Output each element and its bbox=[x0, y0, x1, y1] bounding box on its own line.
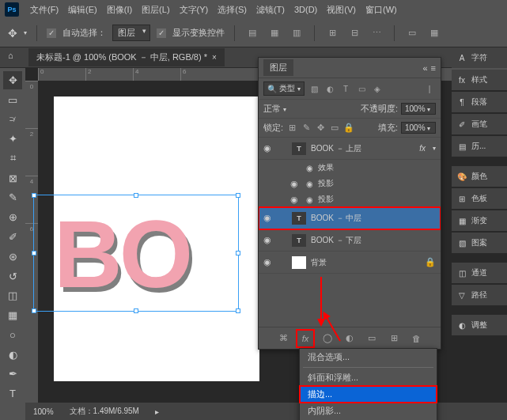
align-left-icon[interactable]: ▤ bbox=[244, 25, 260, 41]
filter-shape-icon[interactable]: ▭ bbox=[355, 82, 368, 95]
fx-bevel[interactable]: 斜面和浮雕... bbox=[300, 369, 437, 386]
close-tab-icon[interactable]: × bbox=[212, 53, 217, 62]
layers-panel-tab[interactable]: 图层 bbox=[263, 59, 293, 76]
panel-brushes[interactable]: ✐画笔 bbox=[452, 114, 507, 134]
handle-s[interactable] bbox=[134, 308, 138, 313]
menu-file[interactable]: 文件(F) bbox=[25, 4, 63, 16]
lock-paint-icon[interactable]: ✎ bbox=[301, 123, 312, 133]
handle-se[interactable] bbox=[236, 308, 240, 313]
visibility-icon[interactable]: ◉ bbox=[263, 213, 274, 223]
handle-w[interactable] bbox=[32, 251, 36, 255]
filter-pixel-icon[interactable]: ▧ bbox=[308, 82, 320, 95]
panel-gradients[interactable]: ▦渐变 bbox=[452, 210, 507, 231]
doc-info-chevron-icon[interactable]: ▸ bbox=[155, 407, 159, 416]
menu-type[interactable]: 文字(Y) bbox=[175, 4, 214, 16]
zoom-level[interactable]: 100% bbox=[33, 407, 54, 416]
layer-item-background[interactable]: ◉ 背景 🔒 bbox=[259, 252, 441, 274]
lasso-tool[interactable]: ⟉ bbox=[3, 111, 22, 129]
more-icon[interactable]: ⋯ bbox=[369, 25, 384, 41]
layer-filter-dropdown[interactable]: 🔍 类型 ▾ bbox=[263, 81, 305, 96]
align-right-icon[interactable]: ▥ bbox=[289, 25, 305, 41]
handle-e[interactable] bbox=[236, 251, 240, 255]
lock-all-icon[interactable]: 🔒 bbox=[343, 123, 354, 133]
layer-effects-label[interactable]: ◉效果 bbox=[259, 160, 441, 176]
frame-tool[interactable]: ⊠ bbox=[3, 169, 22, 187]
heal-tool[interactable]: ⊕ bbox=[3, 208, 22, 226]
panel-patterns[interactable]: ▧图案 bbox=[452, 233, 507, 253]
lock-pixels-icon[interactable]: ⊞ bbox=[286, 123, 297, 133]
menu-layer[interactable]: 图层(L) bbox=[137, 4, 174, 16]
fx-inner-shadow[interactable]: 内阴影... bbox=[300, 403, 437, 419]
align-center-icon[interactable]: ▦ bbox=[267, 25, 282, 41]
auto-select-checkbox[interactable]: ✓ bbox=[47, 28, 56, 38]
type-tool[interactable]: T bbox=[3, 384, 22, 403]
show-transform-checkbox[interactable]: ✓ bbox=[157, 28, 166, 38]
panel-collapse-icon[interactable]: « bbox=[422, 63, 426, 73]
chevron-down-icon[interactable]: ▾ bbox=[24, 29, 27, 36]
stamp-tool[interactable]: ⊛ bbox=[3, 248, 22, 266]
menu-select[interactable]: 选择(S) bbox=[213, 4, 252, 16]
opacity-input[interactable]: 100% ▾ bbox=[401, 103, 436, 115]
menu-3d[interactable]: 3D(D) bbox=[289, 5, 322, 14]
panel-color[interactable]: 🎨颜色 bbox=[452, 166, 507, 187]
new-layer-icon[interactable]: ⊞ bbox=[387, 331, 401, 346]
panel-styles[interactable]: fx样式 bbox=[452, 70, 507, 90]
filter-type-icon[interactable]: T bbox=[339, 82, 352, 95]
fx-blend-options[interactable]: 混合选项... bbox=[300, 349, 437, 365]
history-brush-tool[interactable]: ↺ bbox=[3, 267, 22, 286]
add-fx-button[interactable]: fx bbox=[298, 331, 312, 346]
blur-tool[interactable]: ○ bbox=[3, 326, 22, 344]
lock-position-icon[interactable]: ✥ bbox=[315, 123, 326, 133]
wand-tool[interactable]: ✦ bbox=[3, 130, 22, 148]
delete-layer-icon[interactable]: 🗑 bbox=[409, 331, 423, 346]
menu-filter[interactable]: 滤镜(T) bbox=[252, 4, 289, 16]
dodge-tool[interactable]: ◐ bbox=[3, 346, 22, 364]
panel-paths[interactable]: ▽路径 bbox=[452, 285, 507, 305]
qr-icon[interactable]: ▦ bbox=[426, 25, 442, 41]
layer-item-bottom[interactable]: ◉ T BOOK － 下层 bbox=[259, 229, 441, 252]
brush-tool[interactable]: ✐ bbox=[3, 228, 22, 246]
add-mask-icon[interactable]: ◯ bbox=[320, 331, 335, 346]
new-group-icon[interactable]: ▭ bbox=[365, 331, 379, 346]
panel-adjustments[interactable]: ◐调整 bbox=[452, 315, 507, 335]
document-tab[interactable]: 未标题-1 @ 100% (BOOK － 中层, RGB/8) * × bbox=[28, 48, 225, 66]
filter-toggle-icon[interactable]: | bbox=[423, 82, 436, 95]
fx-stroke[interactable]: 描边... bbox=[300, 386, 437, 403]
transform-bounds[interactable] bbox=[33, 195, 239, 312]
lock-artboard-icon[interactable]: ▭ bbox=[329, 123, 340, 133]
menu-view[interactable]: 视图(V) bbox=[322, 4, 361, 16]
panel-paragraph[interactable]: ¶段落 bbox=[452, 92, 507, 112]
menu-edit[interactable]: 编辑(E) bbox=[63, 4, 102, 16]
link-layers-icon[interactable]: ⌘ bbox=[276, 331, 290, 346]
panel-swatches[interactable]: ⊞色板 bbox=[452, 188, 507, 209]
filter-smart-icon[interactable]: ◈ bbox=[371, 82, 384, 95]
distribute-icon[interactable]: ⊞ bbox=[324, 25, 340, 41]
layer-effect-shadow2[interactable]: ◉ ◉投影 bbox=[259, 191, 441, 207]
auto-select-dropdown[interactable]: 图层 bbox=[112, 25, 150, 41]
handle-n[interactable] bbox=[134, 193, 138, 198]
menu-window[interactable]: 窗口(W) bbox=[361, 4, 402, 16]
crop-tool[interactable]: ⌗ bbox=[3, 149, 22, 168]
gradient-tool[interactable]: ▦ bbox=[3, 306, 22, 324]
filter-adjust-icon[interactable]: ◐ bbox=[323, 82, 336, 95]
visibility-icon[interactable]: ◉ bbox=[263, 235, 274, 245]
eraser-tool[interactable]: ◫ bbox=[3, 286, 22, 305]
visibility-icon[interactable]: ◉ bbox=[263, 143, 274, 153]
visibility-icon[interactable]: ◉ bbox=[290, 195, 301, 205]
handle-sw[interactable] bbox=[32, 308, 36, 313]
handle-ne[interactable] bbox=[236, 193, 240, 198]
layer-item-middle[interactable]: ◉ T BOOK － 中层 bbox=[259, 207, 441, 229]
handle-nw[interactable] bbox=[32, 193, 36, 198]
3d-mode-icon[interactable]: ▭ bbox=[404, 25, 420, 41]
home-icon[interactable]: ⌂ bbox=[8, 51, 13, 60]
panel-history[interactable]: ▤历... bbox=[452, 136, 507, 157]
panel-channels[interactable]: ◫通道 bbox=[452, 263, 507, 283]
pen-tool[interactable]: ✒ bbox=[3, 365, 22, 383]
layer-item-top[interactable]: ◉ T BOOK － 上层 fx ▾ bbox=[259, 138, 441, 160]
marquee-tool[interactable]: ▭ bbox=[3, 91, 22, 109]
fill-input[interactable]: 100% ▾ bbox=[401, 122, 436, 134]
layer-effect-shadow1[interactable]: ◉ ◉投影 bbox=[259, 176, 441, 191]
visibility-icon[interactable]: ◉ bbox=[290, 179, 301, 189]
distribute2-icon[interactable]: ⊟ bbox=[346, 25, 362, 41]
visibility-icon[interactable]: ◉ bbox=[263, 257, 274, 267]
